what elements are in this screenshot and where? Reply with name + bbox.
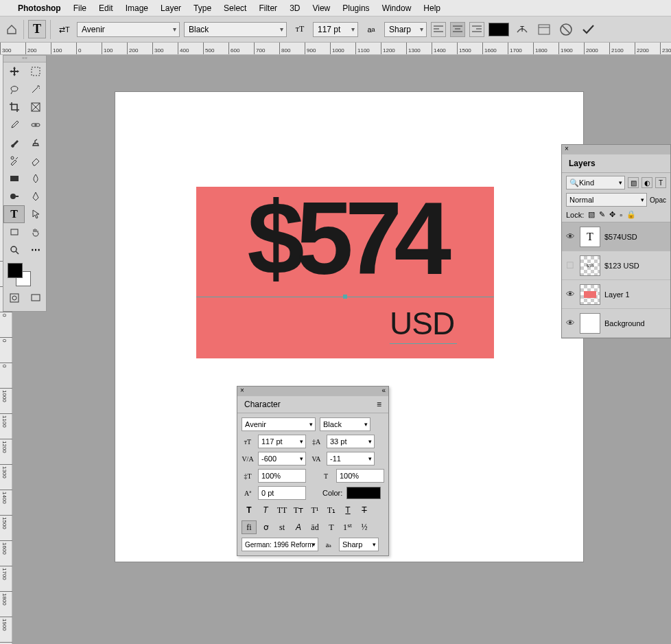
char-hscale-input[interactable]: 100% [336, 469, 384, 483]
char-leading-input[interactable]: 33 pt [327, 435, 375, 448]
menu-filter[interactable]: Filter [259, 3, 277, 13]
move-tool[interactable] [3, 62, 25, 80]
swash-button[interactable]: A [291, 520, 306, 534]
menu-image[interactable]: Image [126, 3, 148, 13]
visibility-icon[interactable]: ☐ [566, 260, 576, 271]
gradient-tool[interactable] [3, 170, 25, 187]
menu-file[interactable]: File [73, 3, 86, 13]
antialias-select[interactable]: Sharp [384, 22, 427, 37]
healing-tool[interactable] [25, 116, 46, 134]
layers-titlebar[interactable]: × [562, 145, 670, 154]
visibility-icon[interactable]: 👁 [566, 318, 576, 328]
dodge-tool[interactable] [3, 187, 25, 205]
titling-button[interactable]: T [324, 520, 339, 534]
bold-button[interactable]: T [242, 503, 257, 517]
layer-row[interactable]: 👁 T $574USD [562, 222, 670, 251]
brush-tool[interactable] [3, 134, 25, 152]
blur-tool[interactable] [25, 170, 46, 187]
menu-type[interactable]: Type [193, 3, 211, 13]
cancel-icon[interactable] [557, 21, 575, 38]
lock-pixels-icon[interactable]: ▧ [588, 210, 595, 219]
contextual-button[interactable]: ơ [258, 520, 273, 534]
menu-help[interactable]: Help [423, 3, 440, 13]
layer-filter-select[interactable]: 🔍 Kind [566, 176, 625, 189]
filter-type-icon[interactable]: T [655, 177, 666, 188]
stylistic-button[interactable]: ād [307, 520, 322, 534]
align-right-button[interactable] [469, 22, 484, 37]
lasso-tool[interactable] [3, 80, 25, 98]
char-tracking-input[interactable]: -11 [327, 452, 375, 465]
layer-name[interactable]: $123 USD [604, 262, 639, 270]
char-vscale-input[interactable]: 100% [258, 469, 306, 483]
align-left-button[interactable] [431, 22, 446, 37]
visibility-icon[interactable]: 👁 [566, 231, 576, 242]
lock-brush-icon[interactable]: ✎ [599, 210, 605, 219]
superscript-button[interactable]: T¹ [307, 503, 322, 517]
layer-row[interactable]: 👁 Background [562, 309, 670, 338]
commit-icon[interactable] [579, 21, 597, 38]
layer-row[interactable]: ☐ $55 $123 USD [562, 251, 670, 280]
filter-adjust-icon[interactable]: ◐ [641, 177, 652, 188]
character-panel-icon[interactable] [535, 21, 553, 38]
blend-mode-select[interactable]: Normal [566, 193, 647, 207]
font-size-select[interactable]: 117 pt [313, 22, 358, 37]
menu-edit[interactable]: Edit [99, 3, 113, 13]
panel-grip-icon[interactable]: «« [3, 56, 46, 62]
font-family-select[interactable]: Avenir [77, 22, 180, 37]
ligatures-button[interactable]: fi [242, 520, 257, 534]
history-brush-tool[interactable] [3, 152, 25, 170]
font-weight-select[interactable]: Black [184, 22, 287, 37]
color-swatches[interactable] [3, 262, 46, 289]
pen-tool[interactable] [25, 187, 46, 205]
strike-button[interactable]: T [357, 503, 372, 517]
eraser-tool[interactable] [25, 152, 46, 170]
foreground-color-swatch[interactable] [8, 263, 23, 278]
menu-plugins[interactable]: Plugins [342, 3, 369, 13]
lock-all-icon[interactable]: 🔒 [626, 210, 636, 219]
char-baseline-input[interactable]: 0 pt [258, 486, 306, 500]
italic-button[interactable]: T [258, 503, 273, 517]
char-font-select[interactable]: Avenir [242, 417, 316, 431]
usd-text[interactable]: USD [390, 305, 454, 342]
hand-tool[interactable] [25, 223, 46, 241]
allcaps-button[interactable]: TT [274, 503, 290, 517]
discretionary-button[interactable]: st [274, 520, 290, 534]
char-weight-select[interactable]: Black [320, 417, 370, 431]
underline-button[interactable]: T [340, 503, 355, 517]
warp-text-icon[interactable]: T [513, 21, 531, 38]
big-price-text[interactable]: $574 [196, 187, 494, 290]
smallcaps-button[interactable]: Tᴛ [291, 503, 306, 517]
menu-window[interactable]: Window [382, 3, 412, 13]
menu-view[interactable]: View [312, 3, 330, 13]
text-orientation-icon[interactable]: ⇄T [55, 21, 73, 38]
filter-pixel-icon[interactable]: ▧ [628, 177, 639, 188]
panel-titlebar[interactable]: ×« [237, 387, 388, 396]
align-center-button[interactable] [450, 22, 465, 37]
app-name[interactable]: Photoshop [18, 3, 61, 13]
close-icon[interactable]: × [240, 387, 244, 396]
rectangle-tool[interactable] [3, 223, 25, 241]
type-tool-icon[interactable]: T [28, 20, 46, 38]
magic-wand-tool[interactable] [25, 80, 46, 98]
layers-tab[interactable]: Layers [562, 154, 670, 173]
char-language-select[interactable]: German: 1996 Reform [242, 538, 318, 551]
fractions-button[interactable]: ½ [357, 520, 372, 534]
screenmode-icon[interactable] [25, 289, 46, 307]
character-tab[interactable]: Character≡ [237, 396, 388, 413]
eyedropper-tool[interactable] [3, 116, 25, 134]
lock-artboard-icon[interactable]: ▫ [620, 211, 622, 219]
char-color-swatch[interactable] [346, 487, 381, 499]
menu-select[interactable]: Select [224, 3, 246, 13]
subscript-button[interactable]: T₁ [324, 503, 339, 517]
char-aa-select[interactable]: Sharp [339, 538, 379, 551]
home-button[interactable] [4, 22, 19, 37]
char-kerning-input[interactable]: -600 [258, 452, 306, 465]
path-select-tool[interactable] [25, 205, 46, 223]
collapse-icon[interactable]: « [381, 387, 386, 396]
ordinals-button[interactable]: 1ˢᵗ [340, 520, 355, 534]
frame-tool[interactable] [25, 98, 46, 116]
zoom-tool[interactable] [3, 241, 25, 259]
edit-toolbar[interactable]: ⋯ [25, 241, 46, 259]
visibility-icon[interactable]: 👁 [566, 289, 576, 299]
menu-layer[interactable]: Layer [161, 3, 181, 13]
